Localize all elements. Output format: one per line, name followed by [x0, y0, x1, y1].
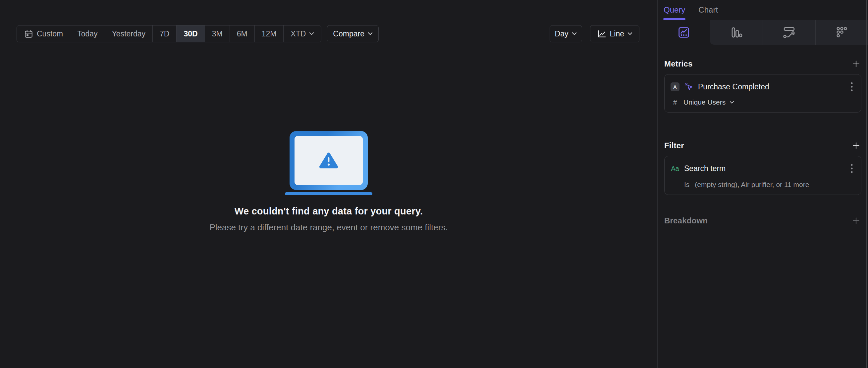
metric-card: A Purchase Completed # Unique Users	[664, 74, 861, 112]
insights-report-page: Custom Today Yesterday 7D 30D 3M 6M 12M …	[0, 0, 868, 368]
retention-dots-icon	[835, 26, 848, 39]
empty-state: We couldn't find any data for your query…	[0, 131, 657, 233]
metric-aggregation-dropdown[interactable]: # Unique Users	[671, 98, 855, 106]
filter-section-header: Filter	[664, 140, 861, 151]
add-breakdown-button[interactable]	[851, 215, 861, 226]
date-range-12m-button[interactable]: 12M	[255, 26, 284, 42]
bar-chart-icon	[730, 26, 743, 39]
chevron-down-icon	[309, 32, 314, 35]
date-range-7d-button[interactable]: 7D	[153, 26, 177, 42]
metric-letter-badge: A	[671, 82, 680, 91]
chart-toolbar: Custom Today Yesterday 7D 30D 3M 6M 12M …	[17, 25, 640, 42]
calendar-icon	[24, 29, 33, 39]
empty-state-subtitle: Please try a different date range, event…	[209, 223, 447, 233]
warning-triangle-icon	[319, 152, 339, 169]
date-range-label: Custom	[37, 29, 63, 38]
chevron-down-icon	[730, 101, 734, 104]
metric-event-row: A Purchase Completed	[671, 80, 855, 93]
filter-values-summary[interactable]: (empty string), Air purifier, or 11 more	[695, 181, 809, 189]
query-builder-sidebar: Query Chart	[657, 0, 868, 368]
plus-icon	[851, 216, 861, 225]
metrics-section-header: Metrics	[664, 59, 861, 69]
sidebar-scrollbar[interactable]	[866, 0, 867, 368]
text-property-type-icon: Aa	[671, 165, 680, 172]
tab-funnels[interactable]	[710, 20, 762, 45]
line-chart-icon	[597, 29, 607, 39]
date-range-yesterday-button[interactable]: Yesterday	[105, 26, 153, 42]
laptop-warning-illustration	[289, 131, 368, 190]
filter-card: Aa Search term Is (empty string), Air pu…	[664, 156, 861, 195]
filter-property-name[interactable]: Search term	[684, 164, 725, 173]
add-filter-button[interactable]	[851, 140, 861, 151]
filter-options-menu-button[interactable]	[848, 162, 855, 175]
empty-state-title: We couldn't find any data for your query…	[235, 206, 423, 217]
tab-insights[interactable]	[658, 20, 710, 45]
plus-icon	[851, 59, 861, 68]
compare-button[interactable]: Compare	[327, 25, 379, 42]
chevron-down-icon	[572, 32, 577, 35]
tab-query[interactable]: Query	[663, 0, 685, 20]
filter-property-row: Aa Search term	[671, 162, 855, 175]
plus-icon	[851, 141, 861, 150]
kebab-menu-icon	[850, 164, 853, 173]
add-metric-button[interactable]	[851, 59, 861, 69]
main-chart-area: Custom Today Yesterday 7D 30D 3M 6M 12M …	[0, 0, 657, 368]
insights-chart-icon	[677, 26, 690, 39]
metrics-title: Metrics	[664, 59, 692, 68]
date-range-xtd-dropdown[interactable]: XTD	[284, 26, 321, 42]
granularity-dropdown[interactable]: Day	[550, 25, 582, 42]
date-range-today-button[interactable]: Today	[70, 26, 105, 42]
query-sections: Metrics A Purchase Completed	[658, 59, 868, 226]
date-range-30d-button[interactable]: 30D	[177, 26, 205, 42]
sidebar-tab-bar: Query Chart	[658, 0, 868, 20]
flows-icon	[782, 26, 796, 39]
filter-operator[interactable]: Is	[684, 181, 689, 189]
tab-flows[interactable]	[763, 20, 815, 45]
chevron-down-icon	[368, 32, 373, 35]
number-type-icon: #	[671, 98, 680, 106]
kebab-menu-icon	[850, 82, 853, 92]
breakdown-section-header: Breakdown	[664, 215, 861, 226]
date-range-6m-button[interactable]: 6M	[230, 26, 255, 42]
metric-aggregation-label: Unique Users	[683, 98, 725, 106]
metric-options-menu-button[interactable]	[848, 80, 855, 93]
chevron-down-icon	[627, 32, 632, 35]
filter-title: Filter	[664, 141, 684, 150]
metric-event-name[interactable]: Purchase Completed	[698, 82, 769, 91]
laptop-screen	[294, 136, 363, 185]
chart-type-dropdown[interactable]: Line	[590, 25, 640, 42]
breakdown-title: Breakdown	[664, 216, 708, 225]
event-cursor-icon	[684, 82, 693, 91]
filter-condition-row: Is (empty string), Air purifier, or 11 m…	[671, 181, 855, 189]
laptop-base	[285, 192, 372, 195]
tab-retention[interactable]	[815, 20, 868, 45]
toolbar-spacer	[379, 25, 550, 42]
date-range-3m-button[interactable]: 3M	[205, 26, 230, 42]
date-range-custom-button[interactable]: Custom	[17, 26, 70, 42]
report-type-tab-bar	[658, 20, 868, 45]
date-range-segmented-control: Custom Today Yesterday 7D 30D 3M 6M 12M …	[17, 25, 321, 42]
tab-chart[interactable]: Chart	[699, 0, 718, 20]
